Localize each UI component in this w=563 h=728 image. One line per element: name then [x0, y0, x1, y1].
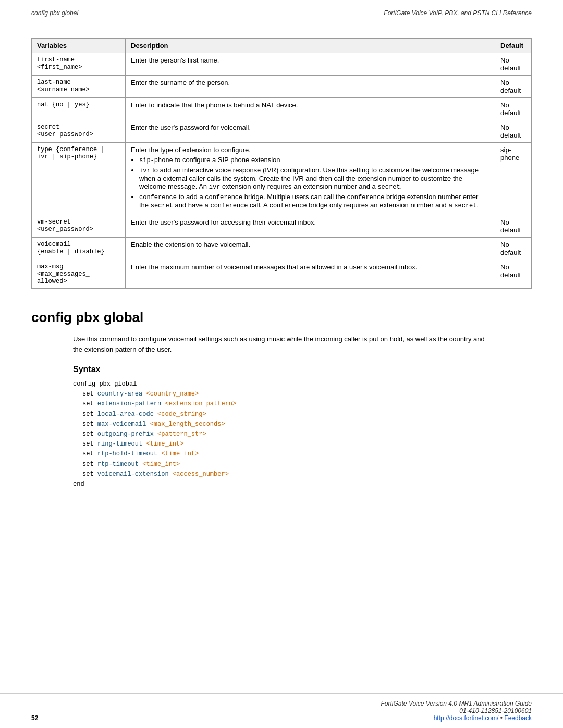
table-row: voicemail{enable | disable}Enable the ex… — [32, 238, 532, 260]
code-line: set rtp-hold-timeout <time_int> — [73, 449, 532, 459]
code-cmd: set — [82, 461, 97, 468]
code-var: <pattern_str> — [154, 430, 206, 438]
code-param: max-voicemail — [97, 421, 146, 428]
code-cmd: set — [82, 440, 97, 448]
code-line: end — [73, 479, 532, 489]
var-cell: first-name<first_name> — [32, 53, 126, 76]
code-param: ring-timeout — [97, 440, 142, 448]
desc-cell: Enable the extension to have voicemail. — [126, 238, 495, 260]
code-param: country-area — [97, 390, 142, 398]
code-param: voicemail-extension — [97, 471, 169, 478]
code-cmd: set — [82, 421, 97, 428]
code-cmd: set — [82, 471, 97, 478]
var-cell: vm-secret<user_password> — [32, 215, 126, 238]
code-cmd: set — [82, 411, 97, 418]
section-description: Use this command to configure voicemail … — [31, 334, 532, 354]
desc-cell: Enter the user's password for accessing … — [126, 215, 495, 238]
page-header: config pbx global FortiGate Voice VoIP, … — [0, 0, 563, 22]
default-cell: Nodefault — [495, 238, 532, 260]
code-line: set local-area-code <code_string> — [73, 410, 532, 419]
default-cell: Nodefault — [495, 120, 532, 143]
default-cell: Nodefault — [495, 53, 532, 76]
code-line: set voicemail-extension <access_number> — [73, 470, 532, 479]
table-row: first-name<first_name>Enter the person's… — [32, 53, 532, 76]
syntax-heading: Syntax — [31, 365, 532, 374]
main-content: Variables Description Default first-name… — [0, 38, 563, 531]
desc-cell: Enter the type of extension to configure… — [126, 143, 495, 215]
var-cell: voicemail{enable | disable} — [32, 238, 126, 260]
var-cell: last-name<surname_name> — [32, 76, 126, 98]
col-header-default: Default — [495, 39, 532, 53]
code-cmd: set — [82, 390, 97, 398]
header-left: config pbx global — [31, 9, 78, 17]
desc-cell: Enter the maximum number of voicemail me… — [126, 260, 495, 289]
code-var: <max_length_seconds> — [146, 421, 225, 428]
default-cell: sip-phone — [495, 143, 532, 215]
code-param: outgoing-prefix — [97, 430, 154, 438]
footer-url-link[interactable]: http://docs.fortinet.com/ — [434, 714, 499, 722]
page-footer: 52 FortiGate Voice Version 4.0 MR1 Admin… — [0, 693, 563, 728]
table-row: type {conference |ivr | sip-phone}Enter … — [32, 143, 532, 215]
code-var: <time_int> — [139, 461, 180, 468]
code-line: set extension-pattern <extension_pattern… — [73, 399, 532, 409]
code-line: config pbx global — [73, 379, 532, 389]
var-cell: type {conference |ivr | sip-phone} — [32, 143, 126, 215]
table-row: secret<user_password>Enter the user's pa… — [32, 120, 532, 143]
default-cell: Nodefault — [495, 76, 532, 98]
footer-separator: • — [498, 714, 504, 722]
desc-cell: Enter the surname of the person. — [126, 76, 495, 98]
code-block: config pbx global set country-area <coun… — [31, 379, 532, 489]
code-line: set country-area <country_name> — [73, 389, 532, 399]
table-row: last-name<surname_name>Enter the surname… — [32, 76, 532, 98]
var-cell: secret<user_password> — [32, 120, 126, 143]
var-cell: nat {no | yes} — [32, 98, 126, 120]
desc-cell: Enter the person's first name. — [126, 53, 495, 76]
table-row: nat {no | yes}Enter to indicate that the… — [32, 98, 532, 120]
code-var: <time_int> — [157, 450, 199, 458]
var-cell: max-msg<max_messages_allowed> — [32, 260, 126, 289]
footer-title: FortiGate Voice Version 4.0 MR1 Administ… — [381, 700, 532, 707]
footer-doc-id: 01-410-112851-20100601 — [381, 707, 532, 714]
feedback-link[interactable]: Feedback — [504, 714, 532, 722]
code-line: set ring-timeout <time_int> — [73, 439, 532, 449]
default-cell: Nodefault — [495, 215, 532, 238]
code-var: <code_string> — [154, 411, 206, 418]
code-param: local-area-code — [97, 411, 154, 418]
code-var: <access_number> — [169, 471, 229, 478]
code-param: rtp-hold-timeout — [97, 450, 157, 458]
variables-table: Variables Description Default first-name… — [31, 38, 532, 289]
table-row: max-msg<max_messages_allowed>Enter the m… — [32, 260, 532, 289]
code-param: extension-pattern — [97, 400, 161, 408]
page-number: 52 — [31, 714, 38, 722]
desc-cell: Enter to indicate that the phone is behi… — [126, 98, 495, 120]
code-line: set outgoing-prefix <pattern_str> — [73, 429, 532, 439]
section-heading: config pbx global — [31, 310, 532, 326]
footer-right: FortiGate Voice Version 4.0 MR1 Administ… — [381, 700, 532, 722]
code-var: <extension_pattern> — [161, 400, 236, 408]
footer-links: http://docs.fortinet.com/ • Feedback — [381, 714, 532, 722]
code-cmd: set — [82, 450, 97, 458]
code-cmd: set — [82, 400, 97, 408]
desc-cell: Enter the user's password for voicemail. — [126, 120, 495, 143]
table-row: vm-secret<user_password>Enter the user's… — [32, 215, 532, 238]
code-line: set max-voicemail <max_length_seconds> — [73, 419, 532, 429]
header-right: FortiGate Voice VoIP, PBX, and PSTN CLI … — [384, 9, 532, 17]
code-var: <time_int> — [142, 440, 183, 448]
col-header-variables: Variables — [32, 39, 126, 53]
code-param: rtp-timeout — [97, 461, 139, 468]
code-line: set rtp-timeout <time_int> — [73, 460, 532, 470]
default-cell: Nodefault — [495, 260, 532, 289]
code-var: <country_name> — [142, 390, 199, 398]
default-cell: Nodefault — [495, 98, 532, 120]
col-header-description: Description — [126, 39, 495, 53]
page-container: config pbx global FortiGate Voice VoIP, … — [0, 0, 563, 728]
code-cmd: set — [82, 430, 97, 438]
